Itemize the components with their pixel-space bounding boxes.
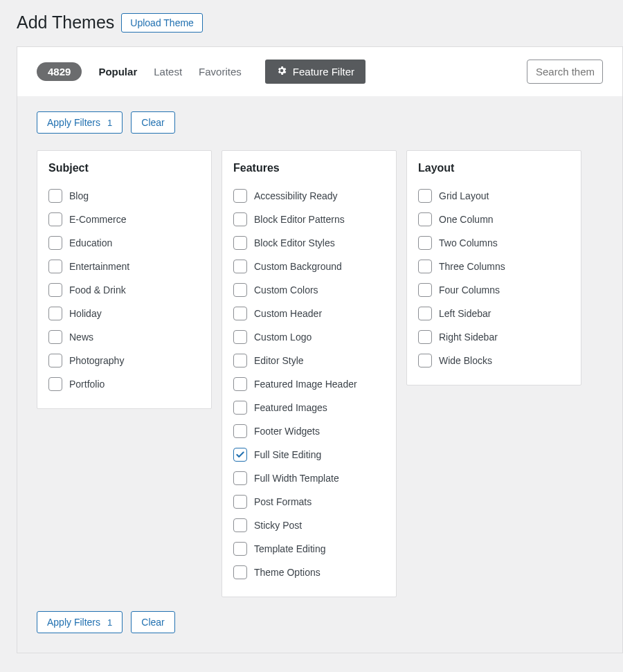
filter-checkbox-item[interactable]: Photography: [48, 349, 200, 372]
filter-checkbox-item[interactable]: Post Formats: [233, 490, 385, 514]
filter-checkbox-item[interactable]: Food & Drink: [48, 278, 200, 302]
column-features: Features Accessibility ReadyBlock Editor…: [222, 150, 397, 597]
filter-checkbox-item[interactable]: Full Site Editing: [233, 443, 385, 466]
filter-item-label: Three Columns: [439, 261, 505, 272]
checkbox-icon: [418, 236, 432, 250]
filter-checkbox-item[interactable]: Wide Blocks: [418, 349, 570, 372]
checkbox-icon: [233, 401, 247, 415]
browse-bar: 4829 Popular Latest Favorites Feature Fi…: [17, 47, 622, 96]
checkbox-icon: [233, 307, 247, 320]
filter-checkbox-item[interactable]: Portfolio: [48, 372, 200, 396]
filter-item-label: E-Commerce: [69, 214, 126, 225]
filter-item-label: Right Sidebar: [439, 332, 498, 343]
checkbox-icon: [418, 354, 432, 367]
column-title-layout: Layout: [418, 162, 570, 174]
upload-theme-button[interactable]: Upload Theme: [121, 13, 203, 33]
checkbox-icon: [233, 495, 247, 509]
search-wrap: [527, 60, 603, 84]
filter-item-label: Featured Image Header: [254, 379, 357, 390]
filter-checkbox-item[interactable]: Custom Header: [233, 302, 385, 325]
filter-checkbox-item[interactable]: Two Columns: [418, 231, 570, 255]
filter-item-label: Featured Images: [254, 402, 327, 413]
checkbox-icon: [233, 448, 247, 462]
filter-checkbox-item[interactable]: Sticky Post: [233, 514, 385, 537]
filter-checkbox-item[interactable]: Theme Options: [233, 561, 385, 584]
filter-checkbox-item[interactable]: Entertainment: [48, 255, 200, 278]
checkbox-icon: [233, 189, 247, 203]
filter-checkbox-item[interactable]: News: [48, 325, 200, 349]
feature-filter-label: Feature Filter: [293, 66, 354, 78]
filter-item-label: One Column: [439, 214, 494, 225]
checkbox-icon: [48, 283, 62, 297]
themes-panel: 4829 Popular Latest Favorites Feature Fi…: [17, 46, 623, 653]
filter-checkbox-item[interactable]: Blog: [48, 184, 200, 208]
checkbox-icon: [48, 212, 62, 226]
filter-checkbox-item[interactable]: Holiday: [48, 302, 200, 325]
checkbox-icon: [233, 542, 247, 556]
filter-checkbox-item[interactable]: Left Sidebar: [418, 302, 570, 325]
filter-checkbox-item[interactable]: Custom Background: [233, 255, 385, 278]
header: Add Themes Upload Theme: [17, 12, 623, 33]
filter-item-label: Block Editor Patterns: [254, 214, 345, 225]
filter-checkbox-item[interactable]: One Column: [418, 208, 570, 231]
filter-checkbox-item[interactable]: Four Columns: [418, 278, 570, 302]
checkbox-icon: [233, 354, 247, 367]
clear-button[interactable]: Clear: [131, 111, 174, 134]
checkbox-icon: [233, 565, 247, 579]
checkbox-icon: [233, 377, 247, 391]
filter-checkbox-item[interactable]: Block Editor Patterns: [233, 208, 385, 231]
apply-filters-button[interactable]: Apply Filters 1: [37, 111, 123, 134]
checkbox-icon: [233, 260, 247, 273]
filter-item-label: Blog: [69, 190, 89, 201]
checkbox-icon: [418, 330, 432, 344]
filter-checkbox-item[interactable]: Footer Widgets: [233, 419, 385, 443]
filter-checkbox-item[interactable]: Three Columns: [418, 255, 570, 278]
checkbox-icon: [418, 307, 432, 320]
filter-checkbox-item[interactable]: Accessibility Ready: [233, 184, 385, 208]
filter-item-label: Food & Drink: [69, 284, 126, 296]
checkbox-icon: [233, 424, 247, 438]
filter-checkbox-item[interactable]: Editor Style: [233, 349, 385, 372]
checkbox-icon: [48, 307, 62, 320]
checkbox-icon: [48, 260, 62, 273]
search-input[interactable]: [527, 60, 603, 84]
feature-filter-button[interactable]: Feature Filter: [265, 60, 365, 84]
apply-filters-count: 1: [107, 118, 112, 128]
column-subject: Subject BlogE-CommerceEducationEntertain…: [37, 150, 212, 409]
filter-body: Apply Filters 1 Clear Subject BlogE-Comm…: [17, 96, 622, 653]
filter-checkbox-item[interactable]: Template Editing: [233, 537, 385, 561]
tab-popular[interactable]: Popular: [98, 66, 137, 78]
filter-item-label: Two Columns: [439, 237, 498, 248]
checkbox-icon: [233, 330, 247, 344]
filter-item-label: Photography: [69, 355, 124, 366]
tab-favorites[interactable]: Favorites: [199, 66, 242, 78]
filter-checkbox-item[interactable]: Featured Image Header: [233, 372, 385, 396]
filter-checkbox-item[interactable]: Custom Colors: [233, 278, 385, 302]
filter-item-label: Custom Colors: [254, 284, 318, 296]
filter-checkbox-item[interactable]: E-Commerce: [48, 208, 200, 231]
apply-filters-count: 1: [107, 617, 112, 628]
filter-item-label: Editor Style: [254, 355, 304, 366]
filter-item-label: Sticky Post: [254, 520, 302, 531]
filter-item-label: News: [69, 332, 93, 343]
checkbox-icon: [48, 330, 62, 344]
filter-checkbox-item[interactable]: Right Sidebar: [418, 325, 570, 349]
apply-filters-label: Apply Filters: [47, 617, 100, 628]
checkbox-icon: [233, 471, 247, 485]
clear-button-bottom[interactable]: Clear: [131, 611, 174, 633]
filter-item-label: Custom Logo: [254, 332, 312, 343]
filter-columns: Subject BlogE-CommerceEducationEntertain…: [37, 150, 603, 597]
filter-checkbox-item[interactable]: Featured Images: [233, 396, 385, 419]
filter-item-label: Custom Header: [254, 308, 322, 319]
filter-checkbox-item[interactable]: Custom Logo: [233, 325, 385, 349]
checkbox-icon: [48, 189, 62, 203]
filter-checkbox-item[interactable]: Education: [48, 231, 200, 255]
filter-item-label: Block Editor Styles: [254, 237, 335, 248]
checkbox-icon: [418, 189, 432, 203]
apply-filters-button-bottom[interactable]: Apply Filters 1: [37, 611, 123, 633]
filter-checkbox-item[interactable]: Grid Layout: [418, 184, 570, 208]
filter-checkbox-item[interactable]: Block Editor Styles: [233, 231, 385, 255]
filter-item-label: Theme Options: [254, 567, 320, 578]
tab-latest[interactable]: Latest: [154, 66, 182, 78]
filter-checkbox-item[interactable]: Full Width Template: [233, 466, 385, 490]
